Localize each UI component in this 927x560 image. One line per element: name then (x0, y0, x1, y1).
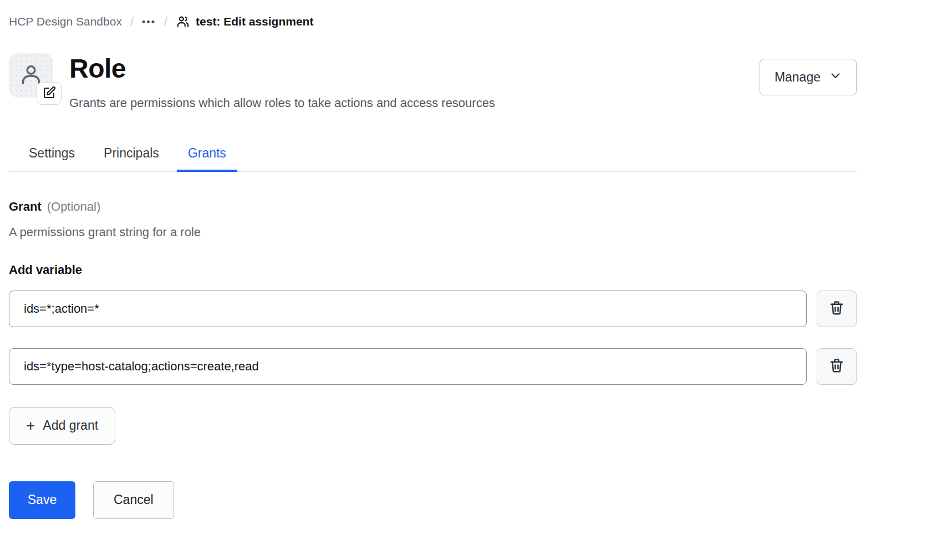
breadcrumb-current: test: Edit assignment (176, 14, 313, 29)
grants-section: Grant (Optional) A permissions grant str… (9, 200, 857, 519)
grant-helper-text: A permissions grant string for a role (9, 225, 857, 240)
save-button[interactable]: Save (9, 481, 75, 519)
users-icon (176, 14, 190, 29)
grant-label-row: Grant (Optional) (9, 200, 857, 214)
breadcrumb-separator: / (164, 14, 167, 29)
tab-principals[interactable]: Principals (93, 146, 170, 172)
chevron-down-icon (829, 69, 842, 85)
cancel-button[interactable]: Cancel (93, 481, 174, 519)
tab-bar: Settings Principals Grants (9, 146, 857, 172)
trash-icon (828, 299, 845, 318)
tab-grants[interactable]: Grants (177, 146, 237, 172)
title-block: Role Grants are permissions which allow … (69, 53, 495, 110)
grant-field-label: Grant (9, 200, 42, 214)
add-grant-button[interactable]: + Add grant (9, 407, 115, 445)
optional-label: (Optional) (47, 200, 101, 214)
breadcrumb-separator: / (130, 14, 134, 29)
tab-settings[interactable]: Settings (18, 146, 86, 172)
grant-row (9, 348, 857, 385)
breadcrumb-current-label: test: Edit assignment (196, 15, 313, 28)
form-actions: Save Cancel (9, 481, 857, 519)
grant-string-input-2[interactable] (9, 348, 807, 385)
manage-button-label: Manage (775, 70, 821, 85)
add-variable-label: Add variable (9, 263, 857, 277)
grant-row (9, 291, 857, 327)
delete-grant-button-2[interactable] (817, 348, 857, 385)
role-page: HCP Design Sandbox / ••• / test: Edit as… (0, 14, 857, 519)
edit-pencil-icon (43, 86, 56, 101)
delete-grant-button-1[interactable] (817, 291, 857, 327)
manage-dropdown-button[interactable]: Manage (760, 59, 857, 95)
grant-string-input-1[interactable] (9, 291, 807, 327)
role-avatar-wrap (9, 53, 53, 98)
breadcrumb-root-link[interactable]: HCP Design Sandbox (9, 15, 122, 28)
plus-icon: + (26, 418, 35, 434)
page-title: Role (69, 54, 495, 84)
edit-avatar-button[interactable] (37, 82, 62, 105)
page-subtitle: Grants are permissions which allow roles… (69, 96, 495, 110)
breadcrumb-collapsed-menu[interactable]: ••• (142, 16, 156, 28)
breadcrumb: HCP Design Sandbox / ••• / test: Edit as… (9, 14, 857, 29)
page-header: Role Grants are permissions which allow … (9, 53, 857, 110)
add-grant-button-label: Add grant (43, 418, 98, 433)
trash-icon (828, 357, 845, 375)
